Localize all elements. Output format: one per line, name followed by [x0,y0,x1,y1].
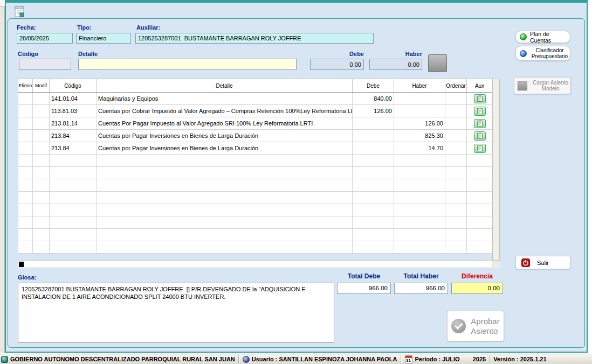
entries-body: 141.01.04 Maquinarias y Equipos 840.00 1… [18,93,493,254]
cell-elimin[interactable] [18,192,33,204]
cell-debe [353,204,394,216]
cell-elimin[interactable] [18,130,33,142]
table-row[interactable] [18,229,493,241]
cell-detalle: Cuentas Por Pagar Impuesto al Valor Agre… [97,117,353,130]
table-row[interactable]: 213.84 Cuentas por Pagar Inversiones en … [18,130,493,142]
report-icon[interactable] [13,5,26,18]
cell-modif[interactable] [33,142,50,155]
cell-elimin[interactable] [18,93,33,105]
salir-button[interactable]: Salir [515,256,570,269]
col-detalle: Detalle [97,79,353,93]
cell-elimin[interactable] [18,117,33,130]
cell-modif[interactable] [33,105,50,117]
diferencia-label: Diferencia [451,272,503,280]
aux-button[interactable] [474,119,486,128]
cell-modif[interactable] [33,93,50,105]
aux-button[interactable] [474,94,486,103]
detalle-input[interactable] [78,59,297,70]
auxiliar-input[interactable] [135,33,374,44]
cell-elimin[interactable] [18,167,33,179]
cell-detalle [97,229,353,241]
cell-elimin[interactable] [18,204,33,216]
cell-modif[interactable] [33,216,50,229]
cell-haber: 126.00 [394,117,445,130]
glosa-textarea[interactable]: 1205253287001 BUSTAMANTE BARRAGAN ROLY J… [18,283,334,343]
statusbar-separator [401,355,402,363]
cell-modif[interactable] [33,167,50,179]
cell-codigo: 213.84 [50,142,97,155]
table-row[interactable]: 213.81.14 Cuentas Por Pagar Impuesto al … [18,117,493,130]
plan-de-cuentas-button[interactable]: Plan de Cuentas [515,31,570,43]
cargar-asiento-modelo-button[interactable]: Cargar Asiento Modelo [514,77,571,94]
table-row[interactable] [18,155,493,167]
cell-ordenar [445,216,467,229]
aux-button[interactable] [474,131,486,141]
clasificador-presupuestario-button[interactable]: Clasificador Presupuestario [515,46,570,61]
codigo-input[interactable] [19,59,71,70]
tipo-input[interactable] [76,33,131,44]
asiento-window: Fecha: Tipo: Auxiliar: Plan de Cuentas C… [5,0,588,353]
clipboard-icon [477,145,483,151]
cell-haber [394,216,445,229]
blue-sphere-icon [520,50,527,57]
horizontal-scrollbar-thumb[interactable] [19,262,24,267]
cell-haber [394,93,445,105]
cell-detalle [97,155,353,167]
fecha-input[interactable] [17,33,73,44]
table-row[interactable]: 141.01.04 Maquinarias y Equipos 840.00 [18,93,493,105]
haber-input[interactable] [369,59,422,70]
cell-modif[interactable] [33,229,50,241]
cell-ordenar [445,155,467,167]
table-row[interactable] [18,192,493,204]
cell-codigo: 213.81.14 [50,117,97,130]
cell-detalle [97,192,353,204]
aprobar-asiento-button[interactable]: Aprobar Asiento [447,311,504,341]
cell-elimin[interactable] [18,105,33,117]
table-row[interactable]: 213.84 Cuentas por Pagar Inversiones en … [18,142,493,155]
green-sphere-icon [520,33,527,40]
cell-modif[interactable] [33,117,50,130]
debe-input[interactable] [310,59,364,70]
col-aux: Aux [467,79,493,93]
cell-elimin[interactable] [18,179,33,192]
salir-label: Salir [537,260,549,266]
cell-modif[interactable] [33,204,50,216]
aux-button[interactable] [474,107,486,116]
cell-ordenar [445,93,467,105]
statusbar-separator [489,355,490,363]
table-row[interactable] [18,216,493,229]
cell-modif[interactable] [33,179,50,192]
cell-elimin[interactable] [18,216,33,229]
cell-modif[interactable] [33,192,50,204]
calendar-icon: 31 [405,355,412,363]
cell-ordenar [445,179,467,192]
aux-button[interactable] [474,144,486,153]
table-row[interactable] [18,204,493,216]
add-row-button[interactable] [428,54,447,72]
cell-elimin[interactable] [18,155,33,167]
cell-ordenar [445,167,467,179]
institution-icon [1,356,8,363]
cell-modif[interactable] [33,130,50,142]
table-row[interactable] [18,179,493,192]
table-row[interactable]: 113.81.03 Cuentas por Cobrar Impuesto al… [18,105,493,117]
cell-elimin[interactable] [18,229,33,241]
cell-debe [353,142,394,155]
cell-debe: 126.00 [353,105,394,117]
cell-codigo [50,229,97,241]
table-row[interactable] [18,167,493,179]
cell-elimin[interactable] [18,241,33,254]
col-haber: Haber [394,79,445,93]
horizontal-scrollbar[interactable] [18,261,492,268]
cell-modif[interactable] [33,155,50,167]
table-row[interactable] [18,241,493,254]
cell-modif[interactable] [33,241,50,254]
cell-ordenar [445,204,467,216]
cell-detalle: Cuentas por Pagar Inversiones en Bienes … [97,130,353,142]
cell-detalle: Cuentas por Cobrar Impuesto al Valor Agr… [97,105,353,117]
gray-square-icon [518,81,527,90]
vertical-scrollbar[interactable] [492,79,500,261]
cell-elimin[interactable] [18,142,33,155]
left-edge-tab[interactable] [0,0,5,7]
debe-label: Debe [310,51,364,57]
